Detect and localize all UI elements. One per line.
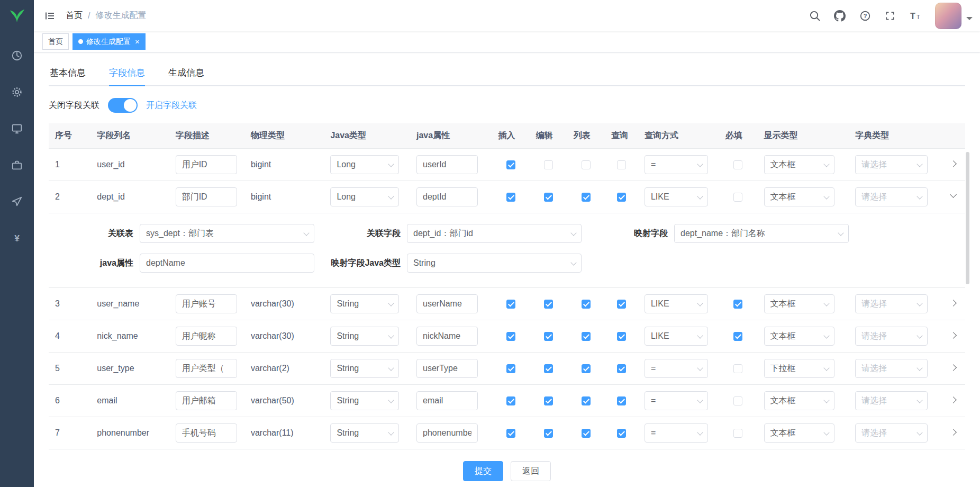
mapping-field-select[interactable]: dept_name：部门名称 [674, 224, 849, 243]
insert-checkbox[interactable] [506, 396, 515, 405]
tag-gen-config-edit[interactable]: 修改生成配置× [72, 33, 146, 50]
sidebar-item-monitor[interactable] [0, 110, 34, 147]
submit-button[interactable]: 提交 [463, 461, 503, 481]
java-type-select[interactable]: Long [330, 187, 399, 206]
edit-checkbox[interactable] [544, 396, 553, 405]
column-comment-input[interactable] [176, 294, 237, 313]
tab-field-info[interactable]: 字段信息 [97, 61, 157, 85]
expand-row-icon[interactable] [950, 428, 957, 436]
expand-row-icon[interactable] [950, 160, 957, 167]
column-comment-input[interactable] [176, 391, 237, 410]
column-comment-input[interactable] [176, 327, 237, 346]
query-type-select[interactable]: = [645, 359, 708, 378]
breadcrumb-home[interactable]: 首页 [66, 10, 83, 21]
required-checkbox[interactable] [733, 300, 742, 309]
html-type-select[interactable]: 文本框 [764, 423, 834, 443]
java-type-select[interactable]: Long [330, 155, 399, 174]
tag-close-icon[interactable]: × [135, 38, 140, 46]
sidebar-item-dashboard[interactable] [0, 37, 34, 74]
expand-row-icon[interactable] [950, 364, 957, 371]
list-checkbox[interactable] [582, 193, 591, 202]
sidebar-toggle[interactable] [38, 0, 61, 31]
html-type-select[interactable]: 下拉框 [764, 359, 834, 378]
required-checkbox[interactable] [733, 193, 742, 202]
font-size-button[interactable]: TT [902, 0, 929, 31]
required-checkbox[interactable] [733, 160, 742, 169]
relation-switch[interactable] [108, 98, 138, 113]
app-logo[interactable] [0, 0, 34, 32]
java-type-select[interactable]: String [330, 294, 399, 313]
dict-type-select[interactable]: 请选择 [855, 359, 928, 378]
insert-checkbox[interactable] [506, 300, 515, 309]
java-type-select[interactable]: String [330, 423, 399, 443]
dict-type-select[interactable]: 请选择 [855, 155, 928, 174]
query-type-select[interactable]: = [645, 423, 708, 443]
list-checkbox[interactable] [582, 160, 591, 169]
tag-home[interactable]: 首页 [42, 33, 69, 50]
query-type-select[interactable]: LIKE [645, 327, 708, 346]
list-checkbox[interactable] [582, 364, 591, 373]
query-checkbox[interactable] [617, 332, 626, 341]
fullscreen-button[interactable] [878, 0, 902, 31]
expand-row-icon[interactable] [950, 331, 957, 339]
sidebar-item-system[interactable] [0, 74, 34, 110]
required-checkbox[interactable] [733, 396, 742, 405]
required-checkbox[interactable] [733, 364, 742, 373]
query-type-select[interactable]: LIKE [645, 187, 708, 206]
required-checkbox[interactable] [733, 429, 742, 438]
insert-checkbox[interactable] [506, 364, 515, 373]
query-type-select[interactable]: = [645, 155, 708, 174]
insert-checkbox[interactable] [506, 332, 515, 341]
help-button[interactable]: ? [852, 0, 878, 31]
list-checkbox[interactable] [582, 429, 591, 438]
html-type-select[interactable]: 文本框 [764, 294, 834, 313]
insert-checkbox[interactable] [506, 160, 515, 169]
tab-gen-info[interactable]: 生成信息 [157, 61, 216, 85]
dict-type-select[interactable]: 请选择 [855, 391, 928, 410]
java-field-input[interactable] [416, 187, 478, 206]
tab-basic-info[interactable]: 基本信息 [49, 61, 97, 85]
sidebar-item-guide[interactable] [0, 183, 34, 220]
java-field-input[interactable] [416, 391, 478, 410]
insert-checkbox[interactable] [506, 429, 515, 438]
relation-field-select[interactable]: dept_id：部门id [407, 224, 582, 243]
vertical-scrollbar[interactable] [966, 152, 969, 284]
column-comment-input[interactable] [176, 155, 237, 174]
mapping-java-type-select[interactable]: String [407, 254, 582, 273]
query-checkbox[interactable] [617, 193, 626, 202]
query-type-select[interactable]: LIKE [645, 294, 708, 313]
html-type-select[interactable]: 文本框 [764, 187, 834, 206]
expand-row-icon[interactable] [950, 192, 957, 200]
edit-checkbox[interactable] [544, 429, 553, 438]
html-type-select[interactable]: 文本框 [764, 327, 834, 346]
java-type-select[interactable]: String [330, 327, 399, 346]
list-checkbox[interactable] [582, 396, 591, 405]
insert-checkbox[interactable] [506, 193, 515, 202]
java-type-select[interactable]: String [330, 391, 399, 410]
java-field-input[interactable] [416, 155, 478, 174]
java-field-input[interactable] [416, 359, 478, 378]
column-comment-input[interactable] [176, 423, 237, 443]
back-button[interactable]: 返回 [511, 461, 551, 481]
java-field-input[interactable] [416, 294, 478, 313]
dict-type-select[interactable]: 请选择 [855, 294, 928, 313]
edit-checkbox[interactable] [544, 364, 553, 373]
column-comment-input[interactable] [176, 359, 237, 378]
search-button[interactable] [802, 0, 827, 31]
sidebar-item-pay[interactable]: ¥ [0, 220, 34, 256]
user-menu[interactable] [935, 3, 973, 29]
github-button[interactable] [827, 0, 852, 31]
sidebar-item-tool[interactable] [0, 147, 34, 183]
edit-checkbox[interactable] [544, 160, 553, 169]
edit-checkbox[interactable] [544, 332, 553, 341]
java-field-input[interactable] [416, 327, 478, 346]
java-type-select[interactable]: String [330, 359, 399, 378]
column-comment-input[interactable] [176, 187, 237, 206]
html-type-select[interactable]: 文本框 [764, 155, 834, 174]
query-checkbox[interactable] [617, 429, 626, 438]
java-field-input[interactable] [416, 423, 478, 443]
list-checkbox[interactable] [582, 332, 591, 341]
relation-table-select[interactable]: sys_dept：部门表 [140, 224, 314, 243]
java-attribute-input[interactable] [140, 254, 314, 273]
dict-type-select[interactable]: 请选择 [855, 423, 928, 443]
